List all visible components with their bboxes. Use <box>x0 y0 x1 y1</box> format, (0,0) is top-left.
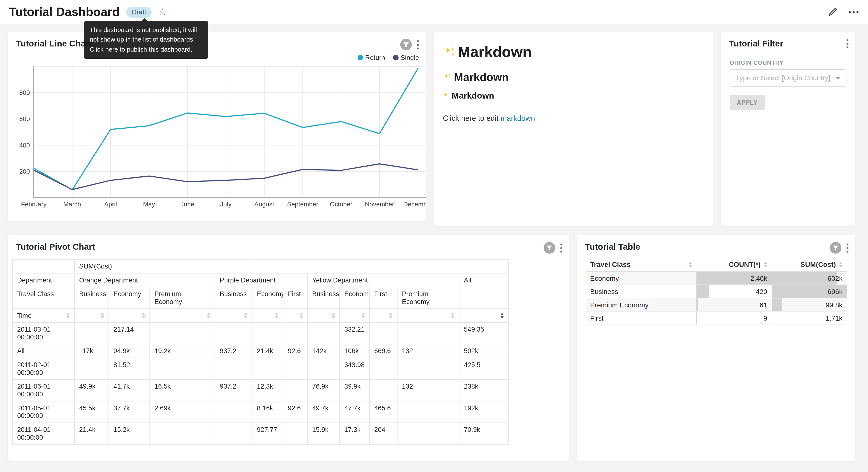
sort-icon[interactable] <box>688 262 692 268</box>
sort-icon[interactable] <box>764 262 767 268</box>
origin-country-select[interactable]: Type or Select [Origin Country] <box>730 69 846 87</box>
cell-count: 9 <box>696 312 772 325</box>
pivot-cell <box>369 358 397 380</box>
sort-icon[interactable] <box>244 313 247 318</box>
markdown-card: Markdown Markdown Markdown Click here to… <box>434 32 713 226</box>
sparkles-icon <box>443 46 456 59</box>
pivot-cell <box>397 323 459 344</box>
table-row: Economy2.46k602k <box>586 271 847 285</box>
sort-icon[interactable] <box>142 313 145 318</box>
pivot-cell: 217.14 <box>109 323 150 344</box>
pivot-row: 2011-02-01 00:00:0081.52343.98425.5 <box>12 358 508 380</box>
more-menu-icon[interactable] <box>848 10 859 14</box>
publish-tooltip[interactable]: This dashboard is not published, it will… <box>84 21 208 58</box>
filter-indicator-icon[interactable] <box>544 242 555 254</box>
pivot-chart-card: Tutorial Pivot Chart SUM(Cost)Department… <box>8 235 569 461</box>
sort-icon[interactable] <box>361 313 365 318</box>
svg-text:November: November <box>365 201 394 208</box>
pivot-time-row: Time <box>12 308 508 323</box>
kebab-menu-icon[interactable] <box>846 243 849 253</box>
pivot-cell <box>215 423 252 444</box>
sort-icon[interactable] <box>300 313 303 318</box>
pivot-cell: 19.2k <box>150 344 215 358</box>
sort-icon[interactable] <box>839 262 843 268</box>
pivot-row: 2011-04-01 00:00:0021.4k15.2k927.7715.9k… <box>12 423 508 444</box>
markdown-edit-link[interactable]: markdown <box>500 114 535 122</box>
line-chart-card: Tutorial Line Chart Return Single 200400 <box>8 32 426 222</box>
pivot-row-label: All <box>12 344 74 358</box>
pivot-dept-header: Department <box>12 273 74 287</box>
filter-indicator-icon[interactable] <box>830 242 842 254</box>
pivot-cell: 238k <box>459 380 508 401</box>
col-header-count[interactable]: COUNT(*) <box>696 258 772 271</box>
pivot-cell <box>150 358 215 380</box>
sort-icon[interactable] <box>66 313 70 318</box>
pivot-cell <box>369 323 397 344</box>
legend-dot-return <box>358 55 363 60</box>
pivot-cell: 49.9k <box>74 380 109 401</box>
col-header-sum[interactable]: SUM(Cost) <box>772 258 847 271</box>
cell-sum: 99.8k <box>772 298 847 311</box>
draft-badge[interactable]: Draft <box>126 6 152 18</box>
sort-icon[interactable] <box>101 313 104 318</box>
svg-text:September: September <box>287 201 318 208</box>
pivot-cell: 669.6 <box>369 344 397 358</box>
sort-icon[interactable] <box>451 313 455 318</box>
markdown-h2: Markdown <box>443 71 705 84</box>
kebab-menu-icon[interactable] <box>417 40 419 50</box>
pivot-cell <box>283 323 308 344</box>
pivot-cell: 92.6 <box>283 401 308 422</box>
pivot-cell: 937.2 <box>215 380 252 401</box>
pivot-cell: 39.9k <box>340 380 369 401</box>
cell-sum: 602k <box>772 271 847 285</box>
markdown-h3: Markdown <box>443 91 705 101</box>
pivot-time-header: Time <box>12 308 74 323</box>
pivot-dept-group: Yellow Department <box>308 273 459 287</box>
pivot-cell: 47.7k <box>340 401 369 422</box>
col-header-travel-class[interactable]: Travel Class <box>586 258 696 271</box>
legend-item-return[interactable]: Return <box>358 54 385 62</box>
edit-pencil-icon[interactable] <box>828 7 838 17</box>
filter-card: Tutorial Filter ORIGIN COUNTRY Type or S… <box>721 32 855 226</box>
apply-button[interactable]: APPLY <box>730 95 765 110</box>
favorite-star-icon[interactable]: ☆ <box>158 6 167 18</box>
pivot-dept-row: DepartmentOrange DepartmentPurple Depart… <box>12 273 508 287</box>
pivot-class: Business <box>74 287 109 308</box>
pivot-table: SUM(Cost)DepartmentOrange DepartmentPurp… <box>12 259 509 445</box>
pivot-class: First <box>369 287 397 308</box>
pivot-row-label: 2011-06-01 00:00:00 <box>12 380 74 401</box>
sort-icon[interactable] <box>275 313 278 318</box>
cell-count: 420 <box>696 285 772 298</box>
svg-text:April: April <box>104 201 117 208</box>
pivot-cell: 45.5k <box>74 401 109 422</box>
filter-indicator-icon[interactable] <box>400 39 412 50</box>
pivot-cell: 94.9k <box>109 344 150 358</box>
pivot-cell: 12.3k <box>252 380 283 401</box>
svg-text:600: 600 <box>19 115 30 122</box>
sort-icon[interactable] <box>500 313 504 318</box>
pivot-cell: 332.21 <box>340 323 369 344</box>
svg-text:June: June <box>181 201 194 208</box>
svg-text:October: October <box>330 201 352 208</box>
pivot-cell: 70.9k <box>459 423 508 444</box>
legend-item-single[interactable]: Single <box>393 54 419 62</box>
select-placeholder: Type or Select [Origin Country] <box>736 74 830 82</box>
pivot-cell <box>74 323 109 344</box>
svg-text:February: February <box>21 201 46 208</box>
table-card: Tutorial Table Travel Class COUNT(*) SUM… <box>577 235 855 461</box>
svg-text:800: 800 <box>19 89 30 96</box>
pivot-cell: 132 <box>397 380 459 401</box>
chart-legend: Return Single <box>358 54 419 62</box>
pivot-cell <box>74 358 109 380</box>
kebab-menu-icon[interactable] <box>846 39 849 49</box>
pivot-cell: 92.6 <box>283 344 308 358</box>
table-row: First91.71k <box>586 312 847 325</box>
sort-icon[interactable] <box>332 313 335 318</box>
sort-icon[interactable] <box>207 313 211 318</box>
sort-icon[interactable] <box>389 313 393 318</box>
svg-text:December: December <box>403 201 426 208</box>
kebab-menu-icon[interactable] <box>560 243 562 253</box>
cell-count: 2.46k <box>696 271 772 285</box>
legend-dot-single <box>393 55 399 60</box>
pivot-cell <box>283 358 308 380</box>
